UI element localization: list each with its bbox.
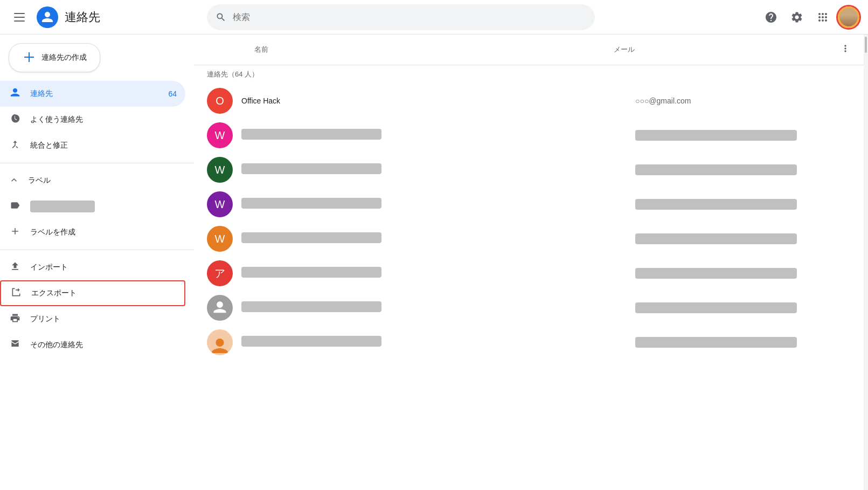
import-icon [9,261,22,274]
avatar: W [207,157,233,183]
sidebar-nav: 連絡先 64 よく使う連絡先 統合と修正 [0,81,194,158]
content-header: 名前 メール [194,34,864,65]
import-label: インポート [30,263,68,272]
create-contact-button[interactable]: 連絡先の作成 [9,43,100,72]
labels-section-label: ラベル [28,176,51,185]
export-label: エクスポート [31,288,77,298]
contact-email: ○○○@gmail.com [635,96,851,105]
sidebar-divider-1 [0,163,194,163]
table-row[interactable] [194,325,864,360]
sidebar-merge-label: 統合と修正 [30,141,68,150]
contact-name [241,336,627,349]
apps-button[interactable] [812,6,834,28]
sidebar-contacts-label: 連絡先 [30,89,53,99]
contact-email-blurred [635,130,851,141]
table-row[interactable] [194,291,864,325]
contact-name [241,232,627,245]
settings-button[interactable] [786,6,808,28]
contact-email-blurred [635,199,851,210]
main-content: 連絡先の作成 連絡先 64 よく使う連絡先 [0,34,868,490]
sidebar: 連絡先の作成 連絡先 64 よく使う連絡先 [0,34,194,490]
table-row[interactable]: ア [194,256,864,291]
col-name-header: 名前 [254,45,614,54]
print-label: プリント [30,314,60,324]
merge-icon [9,139,22,153]
label-item[interactable] [0,194,194,219]
contact-name [241,163,627,176]
other-contacts-icon [9,339,22,352]
search-icon [216,12,226,23]
add-label-icon [9,226,22,239]
label-icon [9,200,22,213]
sidebar-item-export[interactable]: エクスポート [0,280,185,306]
table-row[interactable]: W [194,153,864,187]
avatar: W [207,191,233,217]
sidebar-item-frequent[interactable]: よく使う連絡先 [0,107,185,133]
sidebar-item-contacts[interactable]: 連絡先 64 [0,81,185,107]
contact-email-blurred [635,233,851,244]
print-icon [9,313,22,326]
avatar: W [207,122,233,148]
sidebar-item-import[interactable]: インポート [0,254,185,280]
other-contacts-label: その他の連絡先 [30,340,83,350]
table-row[interactable]: O Office Hack ○○○@gmail.com [194,84,864,118]
scrollbar-thumb [865,37,867,53]
contact-name [241,129,627,142]
sidebar-item-print[interactable]: プリント [0,306,185,332]
contact-name [241,198,627,211]
user-avatar[interactable] [838,6,859,28]
header-left: 連絡先 [9,6,203,28]
create-label-label: ラベルを作成 [30,227,75,237]
contacts-count: 連絡先（64 人） [194,65,864,84]
search-input[interactable] [233,12,586,22]
contacts-content: 名前 メール 連絡先（64 人） O Office Hack ○○○@gmail… [194,34,864,490]
sidebar-frequent-label: よく使う連絡先 [30,115,83,125]
contact-name: Office Hack [241,96,627,105]
sidebar-divider-2 [0,250,194,250]
history-icon [9,113,22,127]
label-tag-placeholder [30,201,95,212]
contact-name [241,301,627,314]
app-title: 連絡先 [65,9,100,25]
sidebar-item-merge[interactable]: 統合と修正 [0,133,185,158]
avatar [207,295,233,321]
contacts-list: O Office Hack ○○○@gmail.com W W [194,84,864,490]
export-icon [10,287,23,300]
avatar [207,329,233,355]
avatar: W [207,226,233,252]
table-row[interactable]: W [194,222,864,256]
col-more-header [829,43,851,56]
avatar: ア [207,260,233,286]
table-row[interactable]: W [194,187,864,222]
app-logo-avatar [37,6,58,28]
sidebar-item-create-label[interactable]: ラベルを作成 [0,219,185,245]
avatar: O [207,88,233,114]
contacts-badge: 64 [168,89,177,98]
help-button[interactable] [760,6,782,28]
sidebar-item-other[interactable]: その他の連絡先 [0,332,185,358]
sidebar-labels-section[interactable]: ラベル [0,168,194,194]
person-icon [9,87,22,101]
create-contact-label: 連絡先の作成 [41,53,87,63]
hamburger-menu-button[interactable] [9,6,30,28]
scrollbar[interactable] [864,34,868,490]
search-bar[interactable] [207,4,595,30]
table-row[interactable]: W [194,118,864,153]
col-email-header: メール [614,45,829,54]
chevron-up-icon [9,175,19,187]
contact-email-blurred [635,268,851,279]
contact-email-blurred [635,302,851,313]
contact-email-blurred [635,337,851,348]
header-icons [760,6,859,28]
plus-icon [22,50,35,65]
app-header: 連絡先 [0,0,868,34]
contact-name [241,267,627,280]
contact-email-blurred [635,164,851,175]
